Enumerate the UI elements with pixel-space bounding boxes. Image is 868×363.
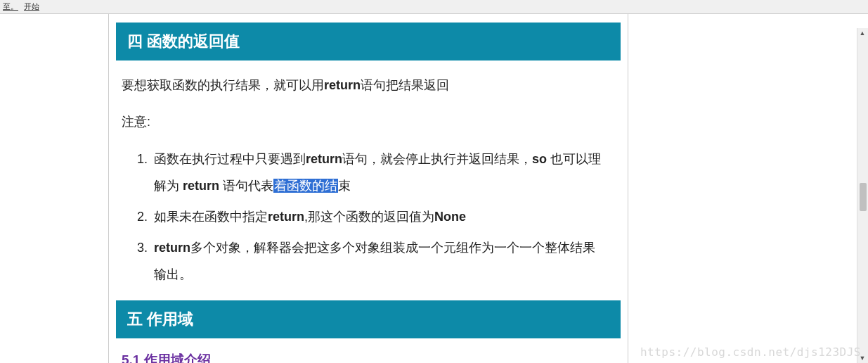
main-area: 四 函数的返回值 要想获取函数的执行结果，就可以用return语句把结果返回 注… <box>0 14 868 363</box>
text: 语句把结果返回 <box>361 78 449 92</box>
return-keyword: return <box>324 78 361 92</box>
text: 函数在执行过程中只要遇到 <box>154 152 306 166</box>
vertical-scrollbar[interactable]: ▲ ▼ <box>857 28 868 363</box>
list-item: return多个对象，解释器会把这多个对象组装成一个元组作为一个一个整体结果输出… <box>151 235 607 288</box>
note-label: 注意: <box>122 110 615 134</box>
scroll-down-icon[interactable]: ▼ <box>859 355 866 362</box>
note-list: 函数在执行过程中只要遇到return语句，就会停止执行并返回结果，so 也可以理… <box>151 146 607 288</box>
toolbar-item[interactable]: 至。 <box>3 1 18 12</box>
section-5-1-subheading: 5.1 作用域介绍 <box>122 351 615 363</box>
return-keyword: return <box>154 241 190 255</box>
so-keyword: so <box>532 152 547 166</box>
list-item: 函数在执行过程中只要遇到return语句，就会停止执行并返回结果，so 也可以理… <box>151 146 607 200</box>
section-4-header: 四 函数的返回值 <box>116 23 621 60</box>
document-content: 四 函数的返回值 要想获取函数的执行结果，就可以用return语句把结果返回 注… <box>108 14 628 363</box>
return-keyword: return <box>183 179 219 193</box>
text: 多个对象，解释器会把这多个对象组装成一个元组作为一个一个整体结果输出。 <box>154 241 595 281</box>
section-5-header: 五 作用域 <box>116 300 621 338</box>
text: 要想获取函数的执行结果，就可以用 <box>122 78 324 92</box>
list-item: 如果未在函数中指定return,那这个函数的返回值为None <box>151 204 607 231</box>
scrollbar-thumb[interactable] <box>860 183 867 211</box>
text: ,那这个函数的返回值为 <box>304 210 434 224</box>
scroll-up-icon[interactable]: ▲ <box>859 30 866 37</box>
text: 语句，就会停止执行并返回结果， <box>342 152 532 166</box>
window-toolbar: 至。 开始 <box>0 0 868 14</box>
text: 束 <box>338 179 351 193</box>
return-keyword: return <box>268 210 304 224</box>
selected-text: 着函数的结 <box>273 179 338 193</box>
section-4-intro: 要想获取函数的执行结果，就可以用return语句把结果返回 <box>122 73 615 97</box>
return-keyword: return <box>306 152 342 166</box>
toolbar-item-start[interactable]: 开始 <box>24 1 39 12</box>
text: 如果未在函数中指定 <box>154 210 268 224</box>
text: 语句代表 <box>219 179 273 193</box>
none-keyword: None <box>434 210 466 224</box>
